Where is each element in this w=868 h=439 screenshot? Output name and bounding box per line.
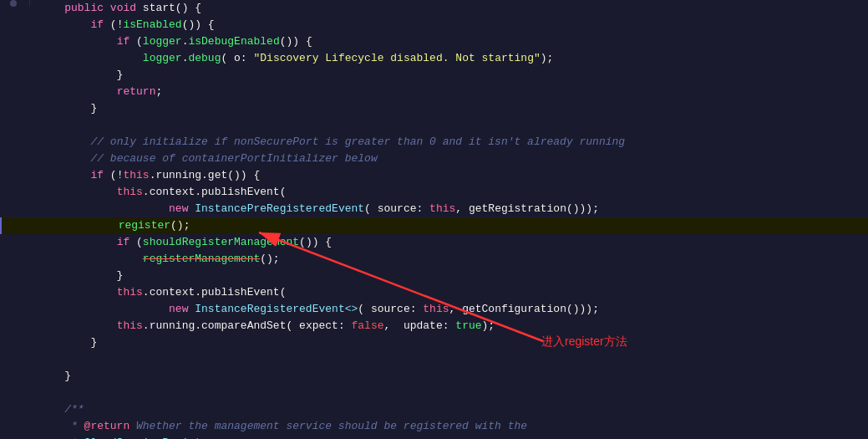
code-token: ( source:: [364, 202, 429, 215]
code-token: // only initialize if nonSecurePort is g…: [90, 135, 625, 148]
code-line: /**: [0, 401, 868, 418]
line-content: register();: [32, 217, 868, 234]
code-token: @return: [84, 420, 130, 432]
code-token: }: [38, 269, 123, 282]
code-token: InstanceRegisteredEvent<>: [195, 303, 358, 315]
code-token: [38, 52, 143, 64]
line-content: * @return Whether the management service…: [30, 418, 868, 435]
code-line: this.context.publishEvent(: [0, 184, 868, 201]
code-token: this: [423, 303, 449, 315]
code-token: ( source:: [358, 303, 423, 315]
line-content: logger.debug( o: "Discovery Lifecycle di…: [30, 50, 868, 67]
code-token: isDebugEnabled: [188, 35, 279, 48]
code-token: [38, 202, 169, 215]
code-line: [0, 117, 868, 134]
code-token: false: [351, 319, 383, 332]
code-line: public void start() {: [0, 0, 868, 17]
code-line: registerManagement();: [0, 251, 868, 268]
code-line: }: [0, 368, 868, 385]
line-content: this.context.publishEvent(: [30, 184, 868, 201]
line-content: this.context.publishEvent(: [30, 284, 868, 301]
code-token: [38, 35, 117, 48]
line-content: this.running.compareAndSet( expect: fals…: [30, 318, 868, 334]
code-token: registerManagement: [143, 253, 260, 265]
code-token: isEnabled: [123, 18, 181, 31]
line-content: }: [30, 368, 868, 385]
code-token: }: [38, 336, 97, 349]
code-token: ()) {: [182, 18, 215, 31]
code-line: }: [0, 334, 868, 351]
code-editor: public void start() { if (!isEnabled()) …: [0, 0, 868, 439]
line-content: return;: [30, 84, 868, 100]
code-token: /**: [64, 403, 84, 416]
code-line: // only initialize if nonSecurePort is g…: [0, 134, 868, 151]
code-token: new: [169, 202, 188, 215]
code-token: (!: [104, 18, 123, 31]
code-line: this.context.publishEvent(: [0, 284, 868, 301]
line-content: [30, 351, 868, 368]
code-token: if: [90, 169, 104, 181]
code-line: }: [0, 100, 868, 117]
code-token: , getConfiguration()));: [449, 303, 599, 315]
line-content: /**: [30, 401, 868, 418]
code-token: ( o:: [221, 52, 253, 64]
code-line: this.running.compareAndSet( expect: fals…: [0, 318, 868, 334]
code-token: [38, 253, 143, 265]
code-token: ()) {: [299, 236, 332, 248]
code-token: (: [129, 35, 143, 48]
code-line: return;: [0, 84, 868, 100]
code-line: if (!isEnabled()) {: [0, 17, 868, 33]
code-token: , getRegistration()));: [455, 202, 599, 215]
code-token: "Discovery Lifecycle disabled. Not start…: [253, 52, 540, 64]
code-token: [38, 2, 64, 14]
line-content: }: [30, 100, 868, 117]
code-token: .running.compareAndSet( expect:: [143, 319, 352, 332]
code-token: // because of containerPortInitializer b…: [90, 152, 377, 165]
breakpoint-dot[interactable]: [10, 0, 17, 7]
code-token: (: [129, 236, 143, 248]
code-token: (!: [104, 169, 123, 181]
code-line: new InstancePreRegisteredEvent( source: …: [0, 201, 868, 217]
code-line: }: [0, 268, 868, 284]
line-content: public void start() {: [30, 0, 868, 17]
line-content: }: [30, 67, 868, 84]
code-token: if: [117, 236, 130, 248]
code-token: *: [38, 420, 84, 432]
code-token: void: [110, 2, 136, 14]
code-token: [38, 169, 90, 181]
code-token: [38, 85, 117, 98]
code-token: [40, 219, 119, 232]
code-token: [38, 186, 117, 198]
code-token: this: [117, 186, 143, 198]
code-token: ()) {: [280, 35, 312, 48]
code-token: debug: [188, 52, 221, 64]
code-token: this: [117, 286, 143, 299]
code-line: if (logger.isDebugEnabled()) {: [0, 33, 868, 50]
code-token: if: [90, 18, 104, 31]
code-line: new InstanceRegisteredEvent<>( source: t…: [0, 301, 868, 318]
code-line: * CloudServiceRegistry: [0, 435, 868, 439]
code-token: this: [117, 319, 143, 332]
code-line: if (!this.running.get()) {: [0, 167, 868, 184]
line-content: registerManagement();: [30, 251, 868, 268]
code-token: }: [38, 102, 97, 115]
code-token: );: [541, 52, 554, 64]
code-token: this: [429, 202, 455, 215]
code-token: .context.publishEvent(: [143, 186, 287, 198]
line-content: }: [30, 268, 868, 284]
line-content: * CloudServiceRegistry: [30, 435, 868, 439]
line-content: new InstanceRegisteredEvent<>( source: t…: [30, 301, 868, 318]
code-line: [0, 351, 868, 368]
code-line: [0, 385, 868, 401]
code-token: , update:: [384, 319, 456, 332]
code-token: .running.get()) {: [150, 169, 261, 181]
line-content: if (!this.running.get()) {: [30, 167, 868, 184]
line-gutter: [0, 0, 30, 7]
line-content: // only initialize if nonSecurePort is g…: [30, 134, 868, 151]
code-token: [38, 303, 169, 315]
code-token: InstancePreRegisteredEvent: [195, 202, 364, 215]
code-line: if (shouldRegisterManagement()) {: [0, 234, 868, 251]
code-line: logger.debug( o: "Discovery Lifecycle di…: [0, 50, 868, 67]
line-content: new InstancePreRegisteredEvent( source: …: [30, 201, 868, 217]
code-token: [38, 286, 117, 299]
